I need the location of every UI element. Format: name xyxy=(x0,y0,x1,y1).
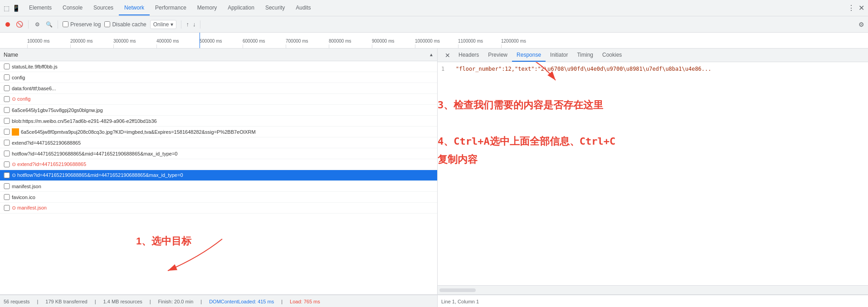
response-line-1: 1 "floor_number":12,"text":"2\u6708\u90f… xyxy=(441,66,864,72)
network-item-5[interactable]: 6a5ce645ly1gbv75uv8gpj20gs0blgnw.jpg xyxy=(0,105,437,116)
online-select[interactable]: Online ▾ xyxy=(150,20,177,29)
settings-icon[interactable]: ⚙ xyxy=(858,21,864,28)
preserve-log-label[interactable]: Preserve log xyxy=(63,21,101,28)
requests-count: 56 requests xyxy=(4,299,29,304)
item-checkbox-10[interactable] xyxy=(4,161,10,167)
tab-sources[interactable]: Sources xyxy=(88,1,119,15)
network-item-11[interactable]: ⊙ hotflow?id=4471652190688865&mid=447165… xyxy=(0,170,437,181)
tab-timing[interactable]: Timing xyxy=(572,49,598,62)
tab-cookies[interactable]: Cookies xyxy=(598,49,626,62)
item-checkbox-1[interactable] xyxy=(4,63,10,69)
separator: | xyxy=(37,299,38,304)
tab-memory[interactable]: Memory xyxy=(192,1,222,15)
ruler-mark-7: 700000 ms xyxy=(286,39,308,48)
item-name-6: blob:https://m.weibo.cn/5e17ad6b-e291-48… xyxy=(12,118,434,124)
network-item-6[interactable]: blob:https://m.weibo.cn/5e17ad6b-e291-48… xyxy=(0,116,437,127)
load-time[interactable]: Load: 765 ms xyxy=(290,299,320,304)
ruler-mark-2: 200000 ms xyxy=(70,39,93,48)
tab-response[interactable]: Response xyxy=(512,49,546,62)
ruler-mark-4: 400000 ms xyxy=(156,39,179,48)
item-name-4: ⊙ config xyxy=(12,96,434,102)
bottom-area: 56 requests | 179 KB transferred | 1.4 M… xyxy=(0,294,868,307)
item-name-14: ⊙ manifest.json xyxy=(12,205,434,211)
network-item-1[interactable]: statusLite.9fbff0bb.js xyxy=(0,61,437,72)
disable-cache-text: Disable cache xyxy=(112,21,146,28)
clear-button[interactable]: 🚫 xyxy=(15,20,24,29)
record-button[interactable] xyxy=(4,20,12,29)
disable-cache-checkbox[interactable] xyxy=(104,21,110,27)
ruler-mark-10: 1000000 ms xyxy=(415,39,440,48)
tab-performance[interactable]: Performance xyxy=(150,1,192,15)
network-item-10[interactable]: ⊙ extend?id=4471652190688865 xyxy=(0,159,437,170)
upload-icon[interactable]: ↑ xyxy=(186,21,189,28)
item-name-12: manifest.json xyxy=(12,184,434,189)
inspect-icon[interactable]: ⬚ xyxy=(4,5,10,12)
tab-application[interactable]: Application xyxy=(222,1,260,15)
preserve-log-checkbox[interactable] xyxy=(63,21,68,27)
item-checkbox-3[interactable] xyxy=(4,85,10,91)
network-item-2[interactable]: config xyxy=(0,72,437,83)
separator5: | xyxy=(281,299,283,304)
network-toolbar: 🚫 ⚙ 🔍 Preserve log Disable cache Online … xyxy=(0,16,868,33)
timeline-ruler: 100000 ms 200000 ms 300000 ms 400000 ms … xyxy=(0,33,868,49)
response-content[interactable]: 1 "floor_number":12,"text":"2\u6708\u90f… xyxy=(438,62,868,285)
tab-security[interactable]: Security xyxy=(260,1,290,15)
ruler-mark-11: 1100000 ms xyxy=(458,39,483,48)
annotation-step4-line2: 复制内容 xyxy=(438,153,478,166)
item-checkbox-12[interactable] xyxy=(4,183,10,189)
item-checkbox-7[interactable] xyxy=(4,129,10,135)
devtools-icons-right: ⋮ ✕ xyxy=(848,4,864,12)
network-items-list[interactable]: statusLite.9fbff0bb.js config data:font/… xyxy=(0,61,437,294)
tab-audits[interactable]: Audits xyxy=(290,1,316,15)
item-checkbox-11[interactable] xyxy=(4,172,10,178)
item-checkbox-4[interactable] xyxy=(4,96,10,102)
download-icon[interactable]: ↓ xyxy=(193,21,196,28)
item-name-1: statusLite.9fbff0bb.js xyxy=(12,64,434,69)
horizontal-scrollbar[interactable] xyxy=(439,288,476,292)
network-item-9[interactable]: hotflow?id=4471652190688865&mid=44716521… xyxy=(0,148,437,159)
dom-content-loaded[interactable]: DOMContentLoaded: 415 ms xyxy=(209,299,274,304)
timeline-cursor xyxy=(200,33,200,48)
item-checkbox-9[interactable] xyxy=(4,151,10,156)
network-item-13[interactable]: favicon.ico xyxy=(0,192,437,203)
item-name-3: data:font/ttf;base6... xyxy=(12,86,434,91)
toolbar-separator-2 xyxy=(58,20,58,29)
tab-initiator[interactable]: Initiator xyxy=(546,49,572,62)
item-name-11: ⊙ hotflow?id=4471652190688865&mid=447165… xyxy=(12,172,434,178)
network-item-12[interactable]: manifest.json xyxy=(0,181,437,192)
device-icon[interactable]: 📱 xyxy=(12,5,20,12)
more-options-icon[interactable]: ⋮ xyxy=(848,4,855,12)
item-checkbox-2[interactable] xyxy=(4,74,10,80)
network-list-panel: Name ▲ statusLite.9fbff0bb.js config dat… xyxy=(0,49,438,294)
network-item-7[interactable]: 6a5ce645jw8f0pmtva9puj208c08cq3o.jpg?KID… xyxy=(0,127,437,137)
name-column-header: Name xyxy=(4,52,18,58)
ruler-mark-12: 1200000 ms xyxy=(501,39,526,48)
search-icon[interactable]: 🔍 xyxy=(45,20,53,29)
item-checkbox-14[interactable] xyxy=(4,205,10,211)
tab-elements[interactable]: Elements xyxy=(24,1,57,15)
item-checkbox-6[interactable] xyxy=(4,118,10,124)
item-checkbox-13[interactable] xyxy=(4,194,10,200)
network-item-4[interactable]: ⊙ config xyxy=(0,94,437,105)
main-content: Name ▲ statusLite.9fbff0bb.js config dat… xyxy=(0,49,868,294)
filter-icon[interactable]: ⚙ xyxy=(33,20,41,29)
item-checkbox-8[interactable] xyxy=(4,140,10,146)
chevron-down-icon: ▾ xyxy=(171,21,173,28)
network-item-8[interactable]: extend?id=4471652190688865 xyxy=(0,137,437,148)
transferred-size: 179 KB transferred xyxy=(45,299,87,304)
ruler-mark-3: 300000 ms xyxy=(113,39,136,48)
scroll-area-right[interactable] xyxy=(438,285,868,294)
network-item-3[interactable]: data:font/ttf;base6... xyxy=(0,83,437,94)
close-icon[interactable]: ✕ xyxy=(858,4,864,12)
tab-preview[interactable]: Preview xyxy=(483,49,512,62)
disable-cache-label[interactable]: Disable cache xyxy=(104,21,146,28)
ruler-marks: 100000 ms 200000 ms 300000 ms 400000 ms … xyxy=(0,33,868,48)
detail-tab-close[interactable]: ✕ xyxy=(441,52,454,59)
item-checkbox-5[interactable] xyxy=(4,107,10,113)
tab-headers[interactable]: Headers xyxy=(454,49,483,62)
tab-network[interactable]: Network xyxy=(119,1,150,15)
separator3: | xyxy=(150,299,151,304)
tab-console[interactable]: Console xyxy=(57,1,88,15)
separator4: | xyxy=(200,299,202,304)
network-item-14[interactable]: ⊙ manifest.json xyxy=(0,203,437,214)
